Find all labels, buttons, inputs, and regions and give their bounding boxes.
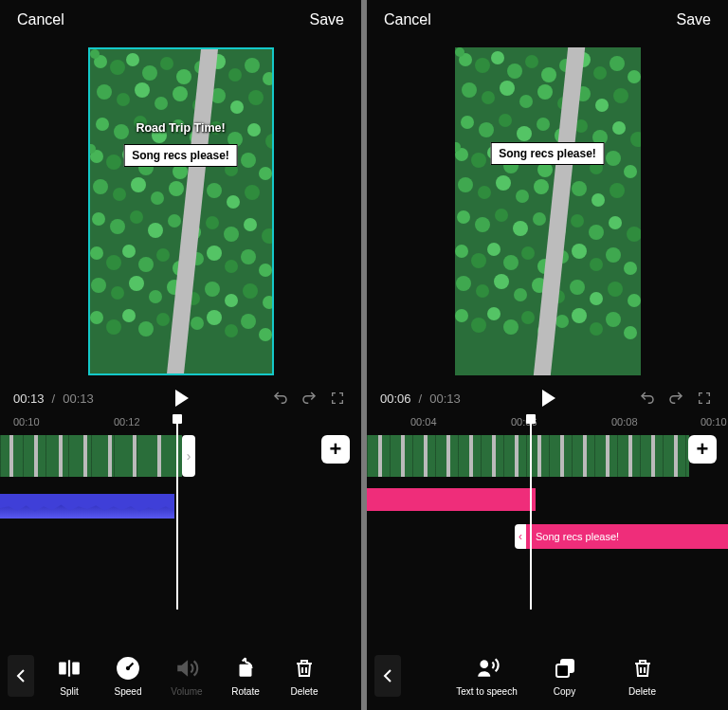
fullscreen-button[interactable]: [327, 388, 348, 409]
time-sep: /: [52, 391, 56, 406]
redo-button[interactable]: [299, 388, 319, 409]
svg-rect-8: [556, 664, 569, 677]
time-current: 00:13: [13, 391, 45, 406]
save-button[interactable]: Save: [677, 11, 711, 28]
tool-label: Text to speech: [456, 686, 517, 697]
copy-tool[interactable]: Copy: [528, 656, 602, 697]
svg-rect-0: [59, 662, 66, 674]
text-track[interactable]: ‹ Song recs please!: [526, 524, 728, 549]
player-controls: 00:13/00:13: [0, 383, 361, 409]
rotate-tool[interactable]: Rotate: [218, 656, 273, 697]
timeline[interactable]: + ‹ Song recs please!: [367, 429, 728, 600]
time-total: 00:13: [63, 391, 94, 406]
overlay-text-title: Road Trip Time!: [136, 121, 225, 135]
undo-button[interactable]: [270, 388, 291, 409]
tool-label: Delete: [291, 686, 318, 697]
ruler-tick: 00:04: [410, 416, 437, 428]
editor-pane-left: Cancel Save Road Trip Time! Song recs pl…: [0, 0, 361, 710]
toolbar: Text to speech Copy Delete: [367, 642, 728, 710]
speed-tool[interactable]: Speed: [100, 656, 155, 697]
player-controls: 00:06/00:13: [367, 383, 728, 409]
tool-label: Rotate: [231, 686, 259, 697]
header: Cancel Save: [0, 0, 361, 40]
copy-icon: [553, 656, 577, 681]
play-button[interactable]: [175, 390, 189, 407]
cancel-button[interactable]: Cancel: [17, 11, 64, 28]
time-total: 00:13: [429, 391, 461, 406]
video-track[interactable]: [0, 435, 182, 477]
timeline[interactable]: › +: [0, 429, 361, 600]
trash-icon: [292, 656, 317, 681]
video-preview[interactable]: Song recs please!: [455, 47, 641, 375]
overlay-text-box: Song recs please!: [490, 142, 605, 165]
add-clip-button[interactable]: +: [688, 435, 717, 464]
tts-icon: [475, 656, 500, 681]
split-tool[interactable]: Split: [42, 656, 97, 697]
text-track-handle[interactable]: ‹: [515, 524, 526, 549]
audio-track[interactable]: [0, 494, 174, 519]
redo-button[interactable]: [665, 388, 686, 409]
time-sep: /: [419, 391, 423, 406]
editor-pane-right: Cancel Save Song recs please! 00:06/00:1…: [367, 0, 728, 710]
tool-label: Volume: [171, 686, 202, 697]
ruler-tick: 00:10: [13, 416, 40, 428]
video-preview[interactable]: Road Trip Time! Song recs please!: [88, 47, 274, 375]
volume-icon: [174, 656, 199, 681]
delete-tool[interactable]: Delete: [277, 656, 332, 697]
trash-icon: [630, 656, 655, 681]
save-button[interactable]: Save: [310, 11, 344, 28]
preview-area: Song recs please!: [367, 40, 728, 383]
svg-rect-1: [72, 662, 80, 674]
video-track[interactable]: [367, 435, 689, 477]
svg-point-6: [480, 660, 488, 668]
add-clip-button[interactable]: +: [321, 435, 350, 464]
ruler-tick: 00:12: [114, 416, 140, 428]
svg-point-4: [126, 665, 130, 669]
speed-icon: [116, 656, 140, 681]
header: Cancel Save: [367, 0, 728, 40]
clip-handle-right[interactable]: ›: [182, 435, 195, 477]
timeline-ruler[interactable]: 00:04 00:06 00:08 00:10: [367, 409, 728, 429]
undo-button[interactable]: [637, 388, 658, 409]
ruler-tick: 00:10: [701, 416, 727, 428]
tool-label: Speed: [115, 686, 142, 697]
tool-label: Copy: [554, 686, 575, 697]
svg-rect-2: [68, 660, 70, 676]
playhead[interactable]: [176, 420, 178, 610]
audio-track-pink[interactable]: [367, 488, 536, 511]
svg-rect-5: [240, 664, 252, 676]
play-button[interactable]: [542, 390, 555, 407]
text-to-speech-tool[interactable]: Text to speech: [450, 656, 524, 697]
preview-area: Road Trip Time! Song recs please!: [0, 40, 361, 383]
time-current: 00:06: [380, 391, 411, 406]
volume-tool: Volume: [159, 656, 214, 697]
rotate-icon: [233, 656, 258, 681]
back-button[interactable]: [8, 655, 34, 697]
tool-label: Split: [60, 686, 78, 697]
split-icon: [57, 656, 82, 681]
text-track-label: Song recs please!: [536, 531, 619, 542]
overlay-text-box: Song recs please!: [123, 144, 238, 167]
ruler-tick: 00:08: [611, 416, 638, 428]
delete-tool[interactable]: Delete: [606, 656, 680, 697]
fullscreen-button[interactable]: [694, 388, 715, 409]
toolbar: Split Speed Volume Rotate Delete: [0, 642, 361, 710]
tool-label: Delete: [628, 686, 656, 697]
playhead[interactable]: [530, 420, 532, 610]
cancel-button[interactable]: Cancel: [384, 11, 431, 28]
back-button[interactable]: [374, 655, 401, 697]
